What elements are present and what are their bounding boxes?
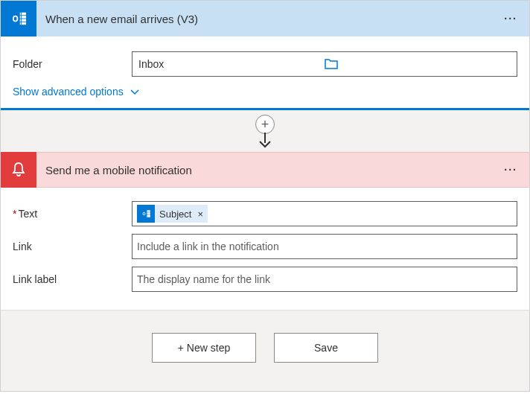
- folder-input[interactable]: Inbox: [132, 51, 517, 77]
- linklabel-label: Link label: [13, 273, 132, 285]
- link-input-field[interactable]: [137, 241, 512, 252]
- token-label: Subject: [159, 209, 191, 220]
- add-step-button[interactable]: +: [255, 115, 275, 134]
- folder-label: Folder: [13, 58, 132, 70]
- remove-token-icon[interactable]: ×: [197, 209, 203, 220]
- link-label: Link: [13, 241, 132, 252]
- notification-icon: [1, 152, 36, 188]
- save-button[interactable]: Save: [274, 333, 378, 363]
- chevron-down-icon: [130, 86, 140, 97]
- insert-area: +: [1, 110, 529, 152]
- trigger-title: When a new email arrives (V3): [45, 13, 494, 25]
- text-label: Text: [13, 208, 132, 220]
- folder-value: Inbox: [138, 58, 325, 70]
- trigger-header[interactable]: When a new email arrives (V3) ···: [1, 1, 529, 36]
- footer: + New step Save: [1, 310, 529, 391]
- action-title: Send me a mobile notification: [45, 164, 494, 176]
- action-header[interactable]: Send me a mobile notification ···: [1, 152, 529, 188]
- linklabel-input[interactable]: [132, 267, 517, 292]
- text-input[interactable]: Subject ×: [132, 201, 517, 226]
- svg-marker-14: [141, 210, 147, 218]
- subject-token[interactable]: Subject ×: [137, 205, 208, 223]
- svg-marker-6: [11, 11, 20, 25]
- show-advanced-label: Show advanced options: [13, 86, 124, 98]
- show-advanced-link[interactable]: Show advanced options: [13, 86, 517, 98]
- new-step-button[interactable]: + New step: [152, 333, 256, 363]
- action-more-icon[interactable]: ···: [494, 164, 517, 176]
- arrow-down-icon: [256, 133, 274, 149]
- link-input[interactable]: [132, 234, 517, 259]
- outlook-icon: [1, 1, 36, 36]
- outlook-icon: [137, 205, 155, 223]
- linklabel-input-field[interactable]: [137, 273, 512, 285]
- folder-picker-icon[interactable]: [325, 59, 511, 69]
- trigger-more-icon[interactable]: ···: [494, 13, 517, 25]
